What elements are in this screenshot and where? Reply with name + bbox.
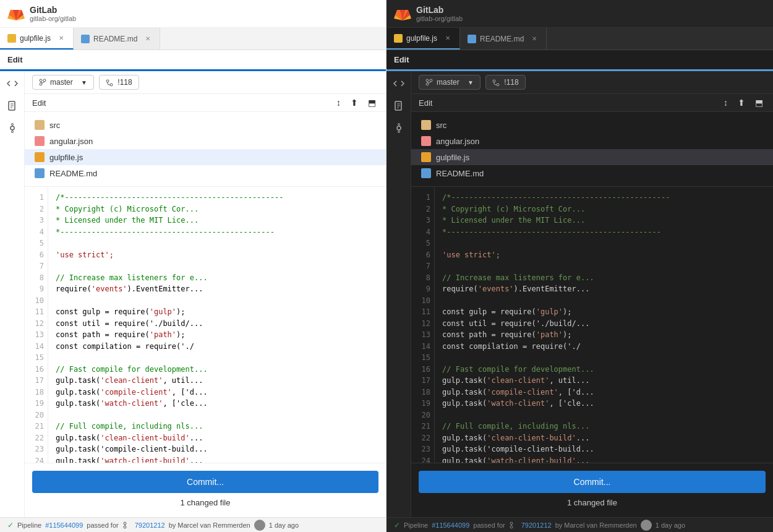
right-tab-readme-close[interactable]: ✕	[530, 35, 539, 43]
right-tab-gulpfile[interactable]: gulpfile.js ✕	[386, 28, 460, 49]
right-status-icon: ✓	[394, 521, 400, 530]
code-line: *---------------------------------------…	[56, 226, 378, 238]
code-line: gulp.task('clean-client', util...	[442, 375, 766, 387]
svg-point-15	[40, 79, 42, 82]
line-number: 7	[25, 260, 44, 272]
svg-point-13	[11, 131, 13, 133]
right-file-readme[interactable]: README.md	[411, 165, 773, 181]
left-content-area: master ▼ !118 Edit	[25, 71, 386, 517]
svg-point-16	[40, 83, 42, 85]
right-upload-icon[interactable]: ⬆	[735, 97, 748, 109]
right-share-icon[interactable]: ⬒	[753, 97, 766, 109]
left-edit-label: Edit	[32, 98, 329, 108]
gulp-icon-right	[421, 152, 431, 162]
right-tab-readme[interactable]: README.md ✕	[460, 28, 547, 49]
left-sidebar-code-icon[interactable]	[5, 76, 20, 91]
right-pipeline-id[interactable]: #115644099	[432, 521, 469, 529]
readme-icon-left	[35, 168, 45, 178]
line-number: 19	[411, 398, 430, 410]
mr-icon-left	[106, 79, 113, 87]
right-branch-chevron: ▼	[468, 79, 474, 86]
left-brand-info: GitLab gitlab-org/gitlab	[30, 5, 76, 22]
right-sidebar-code-icon[interactable]	[391, 76, 406, 91]
right-time: 1 day ago	[656, 521, 685, 529]
right-mr-label: !118	[504, 78, 518, 87]
code-line	[56, 295, 378, 307]
left-file-readme[interactable]: README.md	[25, 165, 386, 181]
gulp-icon-left	[35, 152, 45, 162]
left-code-area[interactable]: 1234567891011121314151617181920212223242…	[25, 187, 386, 463]
left-pipeline-status: passed for	[87, 521, 118, 529]
right-branch-select[interactable]: master ▼	[419, 75, 480, 90]
left-file-gulpfile[interactable]: gulpfile.js	[25, 149, 386, 165]
right-tab-readme-label: README.md	[480, 35, 524, 43]
code-line: * Copyright (c) Microsoft Cor...	[442, 204, 766, 215]
right-file-angular[interactable]: angular.json	[411, 133, 773, 149]
right-file-src[interactable]: src	[411, 117, 773, 133]
code-line: * Licensed under the MIT Lice...	[56, 215, 378, 226]
svg-point-40	[430, 79, 432, 82]
left-pipeline-id[interactable]: #115644099	[45, 521, 83, 529]
right-commit-id[interactable]: 79201212	[521, 521, 552, 529]
left-tab-readme-close[interactable]: ✕	[143, 35, 152, 43]
left-download-icon[interactable]: ↕	[334, 97, 343, 109]
code-line: const path = require('path');	[56, 329, 378, 341]
right-branch-label: master	[437, 78, 459, 87]
branch-icon-left	[39, 79, 46, 86]
line-number: 6	[25, 249, 44, 261]
right-mr-badge[interactable]: !118	[485, 75, 526, 90]
right-tab-gulpfile-close[interactable]: ✕	[443, 34, 452, 43]
left-sidebar-git-icon[interactable]	[5, 121, 20, 135]
readme-tab-icon-left	[81, 35, 90, 43]
left-brand-org: gitlab-org/gitlab	[30, 15, 76, 22]
gitlab-logo-left	[7, 5, 25, 22]
code-line: require('events').EventEmitter...	[56, 283, 378, 295]
left-edit-bar: Edit ↕ ⬆ ⬒	[25, 94, 386, 112]
left-mr-badge[interactable]: !118	[99, 75, 139, 90]
left-time: 1 day ago	[269, 521, 299, 529]
gitlab-logo-right	[394, 5, 411, 22]
left-panel: GitLab gitlab-org/gitlab gulpfile.js ✕ R…	[0, 0, 386, 532]
code-line: gulp.task('watch-client-build'...	[56, 455, 378, 463]
line-number: 10	[25, 295, 44, 307]
line-number: 8	[25, 272, 44, 284]
left-file-angular[interactable]: angular.json	[25, 133, 386, 149]
left-sidebar-icons	[0, 71, 25, 517]
left-sidebar-file-icon[interactable]	[5, 98, 20, 113]
left-commit-id[interactable]: 79201212	[135, 521, 165, 529]
right-branch-bar: master ▼ !118	[411, 71, 773, 94]
right-download-icon[interactable]: ↕	[721, 97, 730, 109]
line-number: 14	[25, 341, 44, 353]
right-sidebar-git-icon[interactable]	[391, 121, 406, 135]
mr-icon-right	[492, 79, 500, 87]
code-line: // Increase max listeners for e...	[442, 272, 766, 284]
code-line: gulp.task('clean-client-build'...	[442, 432, 766, 444]
right-avatar	[641, 520, 652, 531]
line-number: 8	[411, 272, 430, 284]
code-line: // Fast compile for development...	[56, 364, 378, 375]
code-line: // Full compile, including nls...	[56, 421, 378, 432]
right-commit-button[interactable]: Commit...	[419, 471, 766, 493]
code-line: gulp.task('watch-client', ['cle...	[56, 398, 378, 410]
code-line: // Fast compile for development...	[442, 364, 766, 375]
right-status-bar: ✓ Pipeline #115644099 passed for 7920121…	[386, 517, 773, 532]
right-by: by Marcel van Remmerden	[555, 521, 637, 529]
right-sidebar-file-icon[interactable]	[391, 98, 406, 113]
line-number: 3	[25, 215, 44, 226]
left-tab-readme[interactable]: README.md ✕	[74, 28, 160, 49]
code-line	[56, 238, 378, 249]
left-commit-button[interactable]: Commit...	[32, 471, 378, 493]
left-file-src[interactable]: src	[25, 117, 386, 133]
right-file-gulpfile[interactable]: gulpfile.js	[411, 149, 773, 165]
left-share-icon[interactable]: ⬒	[365, 97, 378, 109]
svg-point-37	[398, 131, 399, 133]
code-line	[442, 410, 766, 421]
svg-point-42	[497, 84, 499, 86]
svg-point-22	[124, 526, 126, 528]
left-branch-select[interactable]: master ▼	[32, 75, 94, 90]
left-tab-gulpfile[interactable]: gulpfile.js ✕	[0, 28, 74, 49]
right-code-area[interactable]: 1234567891011121314151617181920212223242…	[411, 187, 773, 463]
left-upload-icon[interactable]: ⬆	[348, 97, 361, 109]
right-edit-label: Edit	[419, 98, 716, 108]
left-tab-gulpfile-close[interactable]: ✕	[57, 34, 66, 43]
